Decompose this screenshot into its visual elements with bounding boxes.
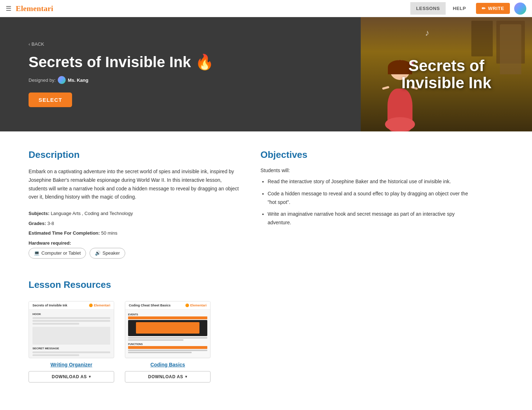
resources-grid: Secrets of Invisible Ink 🟠 Elementari HO… [29,301,503,382]
thumbnail-header-1: Secrets of Invisible Ink 🟠 Elementari [29,301,114,310]
resources-title: Lesson Resources [29,279,503,290]
resources-section: Lesson Resources Secrets of Invisible In… [0,279,532,404]
lesson-title: Secrets of Invisible Ink 🔥 [29,54,346,70]
hero-image: ♪ Secrets of Invisible Ink [361,17,532,131]
resource-card-1: Secrets of Invisible Ink 🟠 Elementari HO… [29,301,114,382]
subjects-value: Language Arts , Coding and Technology [51,211,133,216]
hero-title-line1: Secrets of [401,57,491,74]
avatar[interactable] [514,2,526,15]
resource-card-2: Coding Cheat Sheet Basics 🟠 Elementari E… [125,301,211,382]
objective-item-2: Code a hidden message to reveal and a so… [268,190,471,207]
events-content [128,320,207,341]
chevron-down-icon-1: ▾ [89,375,91,379]
hero-image-bg: ♪ Secrets of Invisible Ink [361,17,532,131]
nav-left: ☰ Elementari [6,4,53,13]
hero-left: ‹ BACK Secrets of Invisible Ink 🔥 Design… [0,17,361,131]
objectives-list: Read the interactive story of Josephine … [260,178,471,227]
thumbnail-header-2: Coding Cheat Sheet Basics 🟠 Elementari [125,301,210,310]
speaker-icon: 🔊 [95,250,101,257]
coding-basics-link[interactable]: Coding Basics [125,362,211,368]
hardware-label: Hardware required: [29,240,71,246]
thumbnail-title-1: Secrets of Invisible Ink [32,304,67,307]
chevron-left-icon: ‹ [29,41,30,47]
select-button[interactable]: SELECT [29,92,72,107]
time-row: Estimated Time For Completion: 50 mins [29,230,239,237]
hardware-badges: 💻 Computer or Tablet 🔊 Speaker [29,248,239,259]
thumbnail-title-2: Coding Cheat Sheet Basics [129,304,171,307]
main-content: Description Embark on a captivating adve… [0,131,500,279]
objective-item-3: Write an imaginative narrative hook and … [268,210,471,227]
events-bar [128,316,207,319]
help-nav-link[interactable]: HELP [447,2,472,15]
resource-thumbnail-2: Coding Cheat Sheet Basics 🟠 Elementari E… [125,301,211,358]
designer-info: Designed by: Ms. Kang [29,76,346,84]
objectives-title: Objectives [260,149,471,160]
functions-content [128,350,207,354]
functions-col [128,350,207,354]
grades-value: 3-8 [47,221,54,226]
events-label: EVENTS [128,313,207,316]
description-section: Description Embark on a captivating adve… [29,149,239,261]
designed-by-label: Designed by: [29,78,56,83]
download-label-2: DOWNLOAD AS [148,374,183,379]
objectives-intro: Students will: [260,168,471,173]
hero-image-title: Secrets of Invisible Ink [394,50,498,99]
line-2 [32,320,110,322]
grades-label: Grades: [29,221,46,226]
thumbnail-image-box [32,327,110,345]
elementari-logo-1: 🟠 Elementari [89,304,110,307]
writing-organizer-link[interactable]: Writing Organizer [29,362,114,368]
time-value: 50 mins [101,230,117,236]
hero-section: ‹ BACK Secrets of Invisible Ink 🔥 Design… [0,17,532,131]
hamburger-icon[interactable]: ☰ [6,5,11,12]
nav-right: LESSONS HELP ✏ WRITE [410,2,526,15]
hardware-badge-speaker: 🔊 Speaker [90,248,125,259]
hardware-badge-computer: 💻 Computer or Tablet [29,248,86,259]
thumbnail-body-2: EVENTS FUNCTIONS [125,310,210,357]
time-label: Estimated Time For Completion: [29,230,100,236]
hardware-row: Hardware required: 💻 Computer or Tablet … [29,240,239,259]
hero-title-line2: Invisible Ink [401,74,491,91]
functions-label: FUNCTIONS [128,343,207,345]
computer-label: Computer or Tablet [41,250,81,257]
computer-icon: 💻 [34,250,40,257]
thumbnail-hook-label: HOOK [32,312,110,316]
write-button[interactable]: ✏ WRITE [476,3,510,14]
subjects-row: Subjects: Language Arts , Coding and Tec… [29,210,239,217]
designer-avatar [58,76,66,84]
download-writing-btn[interactable]: DOWNLOAD AS ▾ [29,371,114,382]
lessons-nav-link[interactable]: LESSONS [410,2,446,15]
back-label: BACK [31,41,44,47]
download-label-1: DOWNLOAD AS [52,374,87,379]
chevron-down-icon-2: ▾ [185,375,187,379]
thumbnail-body-1: HOOK SECRET MESSAGE [29,310,114,358]
objective-item-1: Read the interactive story of Josephine … [268,178,471,186]
designer-name: Ms. Kang [68,78,88,83]
description-title: Description [29,149,239,160]
pencil-icon: ✏ [482,6,486,11]
write-label: WRITE [488,6,504,11]
thumbnail-secret-label: SECRET MESSAGE [32,347,110,356]
objectives-section: Objectives Students will: Read the inter… [260,149,471,261]
elementari-logo-2: 🟠 Elementari [185,304,207,307]
events-image [128,320,207,336]
thumbnail-lines-1 [32,317,110,325]
speaker-label: Speaker [102,250,120,257]
grades-row: Grades: 3-8 [29,220,239,227]
back-link[interactable]: ‹ BACK [29,41,346,47]
line-1 [32,317,110,319]
functions-bar [128,346,207,349]
description-text: Embark on a captivating adventure into t… [29,168,239,201]
line-3 [32,323,79,325]
download-coding-btn[interactable]: DOWNLOAD AS ▾ [125,371,211,382]
resource-thumbnail-1: Secrets of Invisible Ink 🟠 Elementari HO… [29,301,114,358]
subjects-label: Subjects: [29,211,50,216]
navigation: ☰ Elementari LESSONS HELP ✏ WRITE [0,0,532,17]
events-col [128,320,207,341]
logo[interactable]: Elementari [16,4,53,13]
